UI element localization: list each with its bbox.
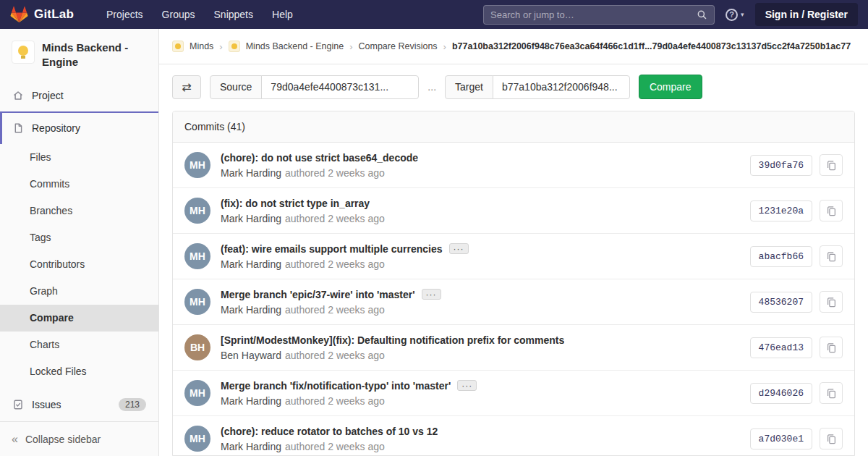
- expand-commit-message-button[interactable]: ···: [457, 380, 477, 391]
- sidebar-subitem-commits[interactable]: Commits: [0, 171, 158, 198]
- target-label: Target: [445, 75, 493, 99]
- commit-author-avatar[interactable]: MH: [184, 289, 210, 315]
- source-input[interactable]: [261, 75, 419, 99]
- commit-title-link[interactable]: (feat): wire emails support multiple cur…: [221, 243, 443, 255]
- sidebar-subitem-locked-files[interactable]: Locked Files: [0, 358, 158, 385]
- commits-panel: Commits (41) MH (chore): do not use stri…: [172, 111, 855, 456]
- commit-author-avatar[interactable]: MH: [184, 198, 210, 224]
- commit-author-link[interactable]: Mark Harding: [221, 167, 281, 179]
- copy-sha-button[interactable]: [820, 382, 843, 404]
- commit-sha-link[interactable]: 1231e20a: [750, 200, 812, 221]
- repository-section: Repository Files Commits Branches Tags C…: [0, 111, 158, 385]
- swap-icon: ⇄: [182, 80, 191, 94]
- global-search[interactable]: [483, 5, 715, 25]
- expand-commit-message-button[interactable]: ···: [422, 289, 441, 300]
- commit-info: (chore): reduce rotator to batches of 10…: [221, 426, 740, 452]
- commit-meta-text: authored 2 weeks ago: [285, 395, 385, 407]
- sidebar-subitem-charts[interactable]: Charts: [0, 332, 158, 358]
- group-avatar-icon: [172, 41, 184, 52]
- sidebar-subitem-label: Branches: [30, 205, 72, 216]
- sidebar-item-issues[interactable]: Issues 213: [0, 388, 158, 421]
- top-navbar: GitLab Projects Groups Snippets Help ? ▾…: [0, 0, 868, 29]
- commit-title-link[interactable]: [Sprint/ModestMonkey](fix): Defaulting n…: [221, 334, 564, 346]
- chevron-right-icon: ›: [219, 41, 222, 52]
- commit-sha-link[interactable]: 476ead13: [750, 337, 812, 358]
- project-context[interactable]: Minds Backend - Engine: [0, 29, 158, 80]
- project-avatar-icon: [229, 41, 240, 52]
- commit-author-link[interactable]: Mark Harding: [221, 395, 281, 407]
- commit-sha-link[interactable]: abacfb66: [750, 246, 812, 267]
- sidebar-item-repository[interactable]: Repository: [0, 113, 158, 144]
- sidebar-item-project[interactable]: Project: [0, 80, 158, 111]
- commit-actions: d2946026: [750, 382, 843, 404]
- nav-link-snippets[interactable]: Snippets: [205, 2, 263, 27]
- commit-row: BH [Sprint/ModestMonkey](fix): Defaultin…: [173, 325, 854, 371]
- navbar-links: Projects Groups Snippets Help: [97, 2, 302, 27]
- sidebar-subitem-label: Compare: [30, 312, 74, 324]
- expand-commit-message-button[interactable]: ···: [449, 243, 469, 254]
- copy-sha-button[interactable]: [820, 200, 843, 221]
- sign-in-button[interactable]: Sign in / Register: [755, 3, 858, 26]
- navbar-right: ? ▾ Sign in / Register: [483, 3, 858, 26]
- compare-button[interactable]: Compare: [639, 75, 702, 99]
- commit-sha-link[interactable]: 48536207: [750, 292, 812, 313]
- search-input[interactable]: [490, 9, 697, 20]
- breadcrumb-project-link[interactable]: Minds Backend - Engine: [246, 41, 344, 51]
- sidebar-subitem-tags[interactable]: Tags: [0, 224, 158, 251]
- collapse-sidebar-button[interactable]: « Collapse sidebar: [0, 421, 158, 456]
- copy-sha-button[interactable]: [820, 154, 843, 176]
- copy-sha-button[interactable]: [820, 291, 843, 313]
- breadcrumb-compare-link[interactable]: Compare Revisions: [359, 41, 438, 51]
- nav-link-help[interactable]: Help: [263, 2, 302, 27]
- commit-author-avatar[interactable]: BH: [184, 334, 210, 360]
- swap-revisions-button[interactable]: ⇄: [172, 75, 201, 99]
- commit-title-link[interactable]: (chore): reduce rotator to batches of 10…: [221, 426, 438, 437]
- commit-title-link[interactable]: (fix): do not strict type in_array: [221, 198, 370, 209]
- commit-author-link[interactable]: Ben Hayward: [221, 350, 281, 361]
- commit-actions: 476ead13: [750, 337, 843, 358]
- repo-subnav: Files Commits Branches Tags Contributors…: [0, 144, 158, 385]
- nav-link-projects[interactable]: Projects: [97, 2, 153, 27]
- home-icon: [12, 90, 24, 101]
- copy-sha-button[interactable]: [820, 337, 843, 358]
- commit-author-link[interactable]: Mark Harding: [221, 441, 281, 452]
- chevron-right-icon: ›: [443, 41, 446, 52]
- commits-header: Commits (41): [173, 111, 854, 143]
- source-label: Source: [210, 75, 262, 99]
- commit-author-avatar[interactable]: MH: [184, 243, 210, 269]
- sidebar-item-label: Issues: [32, 399, 61, 410]
- commit-author-avatar[interactable]: MH: [184, 426, 210, 452]
- sidebar-subitem-files[interactable]: Files: [0, 144, 158, 171]
- commit-meta-text: authored 2 weeks ago: [285, 441, 385, 452]
- sidebar-subitem-label: Charts: [30, 339, 59, 350]
- help-menu[interactable]: ? ▾: [726, 9, 744, 21]
- commit-sha-link[interactable]: 39d0fa76: [750, 155, 812, 176]
- commit-title-link[interactable]: Merge branch 'epic/37-wire' into 'master…: [221, 289, 415, 300]
- breadcrumb-group-link[interactable]: Minds: [190, 41, 213, 51]
- commit-sha-link[interactable]: a7d030e1: [750, 428, 812, 449]
- sidebar-subitem-branches[interactable]: Branches: [0, 198, 158, 224]
- compare-form: ⇄ Source ... Target Compare: [159, 64, 868, 99]
- sidebar-subitem-graph[interactable]: Graph: [0, 278, 158, 305]
- commit-author-link[interactable]: Mark Harding: [221, 258, 281, 270]
- commit-meta-text: authored 2 weeks ago: [285, 167, 385, 179]
- commit-author-link[interactable]: Mark Harding: [221, 213, 281, 224]
- copy-sha-button[interactable]: [820, 428, 843, 449]
- commit-title-link[interactable]: (chore): do not use strict base64_decode: [221, 152, 418, 164]
- commit-author-link[interactable]: Mark Harding: [221, 304, 281, 316]
- sidebar-subitem-label: Locked Files: [30, 366, 87, 377]
- commit-info: (chore): do not use strict base64_decode…: [221, 152, 740, 179]
- copy-sha-button[interactable]: [820, 245, 843, 267]
- target-field-group: Target: [445, 75, 630, 99]
- commit-sha-link[interactable]: d2946026: [750, 383, 812, 404]
- commit-title-link[interactable]: Merge branch 'fix/notification-typo' int…: [221, 380, 451, 392]
- sidebar-subitem-label: Files: [30, 151, 51, 163]
- sidebar-subitem-contributors[interactable]: Contributors: [0, 251, 158, 278]
- sidebar: Minds Backend - Engine Project Repositor…: [0, 29, 159, 456]
- commit-author-avatar[interactable]: MH: [184, 380, 210, 406]
- commit-author-avatar[interactable]: MH: [184, 152, 210, 178]
- nav-link-groups[interactable]: Groups: [153, 2, 205, 27]
- target-input[interactable]: [493, 75, 630, 99]
- sidebar-subitem-compare[interactable]: Compare: [0, 305, 158, 332]
- gitlab-logo[interactable]: GitLab: [10, 6, 74, 23]
